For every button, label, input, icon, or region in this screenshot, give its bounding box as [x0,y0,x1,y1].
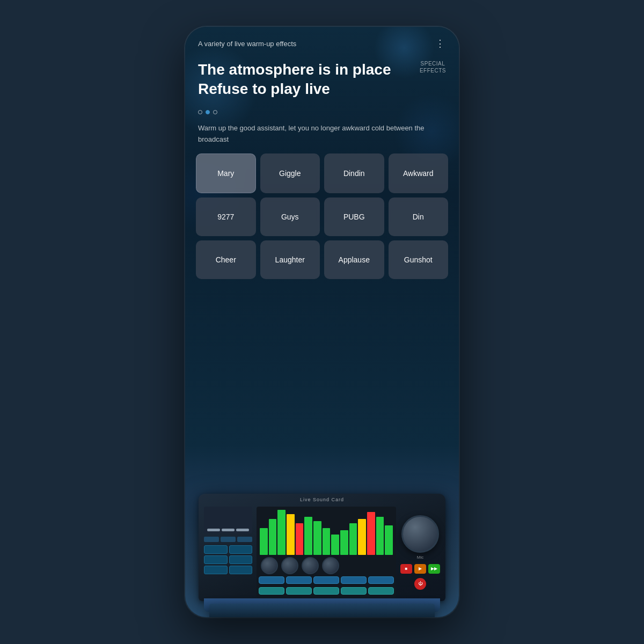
dot-1[interactable] [198,110,202,114]
effect-button-laughter[interactable]: Laughter [260,240,320,279]
device-inner: Mic ■ ▶ ▶▶ ⏻ [199,504,445,600]
effect-button-9277[interactable]: 9277 [196,197,256,236]
pad-btn-4[interactable] [229,555,253,564]
hero-section: The atmosphere is in place Refuse to pla… [185,55,459,104]
pad-btn-6[interactable] [229,566,253,574]
pad-btn-5[interactable] [204,566,228,574]
sliders-section [204,507,252,598]
knob-3[interactable] [302,557,319,574]
header-bar: A variety of live warm-up effects ⋮ [185,27,459,55]
device-body: Live Sound Card [199,494,445,601]
effect-button-mary[interactable]: Mary [196,153,256,193]
hero-title: The atmosphere is in place Refuse to pla… [198,60,446,99]
effect-button-awkward[interactable]: Awkward [389,153,449,193]
device-label: Live Sound Card [199,494,445,504]
control-buttons: ■ ▶ ▶▶ [400,564,440,574]
eq-bar-3 [277,510,286,555]
pagination-dots [185,104,459,121]
mini-btn-1[interactable] [204,537,219,542]
slider-thumb-2 [222,529,235,531]
right-section: Mic ■ ▶ ▶▶ ⏻ [400,507,440,598]
hw-btn-2[interactable] [286,576,312,584]
hw-btn-7[interactable] [286,587,312,595]
eq-bar-9 [331,535,339,555]
slider-thumb-3 [236,529,249,531]
effect-button-din[interactable]: Din [389,197,449,236]
knob-2[interactable] [281,557,298,574]
app-content: A variety of live warm-up effects ⋮ The … [185,27,459,445]
eq-display [259,509,394,556]
effect-button-giggle[interactable]: Giggle [260,153,320,193]
eq-bar-15 [385,525,393,555]
dot-2[interactable] [206,110,210,114]
hw-btn-1[interactable] [259,576,284,584]
knob-4[interactable] [322,557,339,574]
eq-bar-12 [358,519,366,555]
skip-button[interactable]: ▶▶ [428,564,440,574]
effect-button-gunshot[interactable]: Gunshot [389,240,449,279]
eq-bar-2 [269,519,277,555]
eq-bar-13 [367,512,375,555]
header-subtitle: A variety of live warm-up effects [198,40,296,48]
phone-device: A variety of live warm-up effects ⋮ The … [185,27,459,617]
hw-btn-9[interactable] [341,587,367,595]
slider-panel-1 [204,507,252,533]
effect-button-dindin[interactable]: Dindin [324,153,384,193]
slider-thumb-1 [207,529,220,531]
eq-bar-10 [340,530,348,555]
slider-tracks [204,507,252,533]
center-buttons-row2 [259,586,394,596]
knob-1[interactable] [261,557,278,574]
hw-btn-4[interactable] [341,576,367,584]
effect-button-applause[interactable]: Applause [324,240,384,279]
pad-btn-2[interactable] [229,545,253,554]
mic-label: Mic [417,555,423,560]
main-volume-knob[interactable] [401,515,439,553]
mini-btn-2[interactable] [221,537,236,542]
eq-bar-1 [260,528,268,555]
pad-btn-1[interactable] [204,545,228,554]
effect-button-pubg[interactable]: PUBG [324,197,384,236]
hardware-section: Live Sound Card [185,445,459,617]
description-text: Warm up the good assistant, let you no l… [185,121,459,154]
mini-btn-3[interactable] [237,537,252,542]
phone-screen: A variety of live warm-up effects ⋮ The … [185,27,459,617]
dots-menu-button[interactable]: ⋮ [435,38,446,49]
stop-button[interactable]: ■ [400,564,412,574]
effect-button-cheer[interactable]: Cheer [196,240,256,279]
hw-btn-5[interactable] [368,576,394,584]
center-buttons-row1 [259,575,394,585]
effect-button-guys[interactable]: Guys [260,197,320,236]
pad-btn-3[interactable] [204,555,228,564]
eq-bar-6 [304,517,312,555]
play-button[interactable]: ▶ [414,564,426,574]
eq-bar-5 [296,523,304,555]
device-base [209,604,435,617]
eq-bar-4 [287,514,295,555]
hw-btn-6[interactable] [259,587,284,595]
effects-grid: Mary Giggle Dindin Awkward 9277 Guys PUB… [185,153,459,279]
eq-section [257,507,396,598]
hw-btn-10[interactable] [368,587,394,595]
special-effects-label: SPECIALEFFECTS [420,60,446,74]
eq-bar-8 [323,528,331,555]
eq-bar-11 [349,523,357,555]
eq-bar-7 [313,521,321,555]
hw-btn-8[interactable] [313,587,339,595]
dot-3[interactable] [213,110,217,114]
eq-bar-14 [376,517,384,555]
power-button[interactable]: ⏻ [414,578,426,590]
hw-btn-3[interactable] [313,576,339,584]
knobs-row [259,557,394,574]
